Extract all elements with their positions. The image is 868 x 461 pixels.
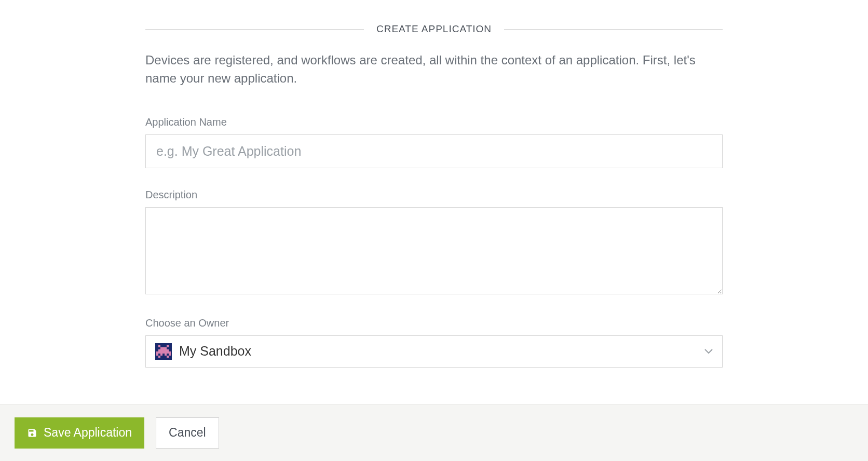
- svg-rect-4: [158, 349, 169, 351]
- save-button-label: Save Application: [44, 426, 132, 440]
- svg-rect-7: [160, 351, 167, 354]
- caret-down-icon: [704, 347, 713, 356]
- page-title: CREATE APPLICATION: [364, 23, 504, 35]
- owner-group: Choose an Owner: [145, 317, 723, 368]
- svg-rect-2: [167, 345, 169, 347]
- save-application-button[interactable]: Save Application: [15, 417, 144, 449]
- cancel-button-label: Cancel: [169, 426, 206, 440]
- create-application-form: CREATE APPLICATION Devices are registere…: [0, 0, 868, 368]
- svg-rect-12: [158, 356, 160, 358]
- svg-rect-13: [167, 356, 169, 358]
- description-group: Description: [145, 189, 723, 296]
- action-bar: Save Application Cancel: [0, 404, 868, 461]
- owner-selected-value: My Sandbox: [179, 344, 704, 359]
- intro-description: Devices are registered, and workflows ar…: [145, 51, 723, 88]
- svg-rect-9: [169, 351, 171, 356]
- divider-line: [504, 29, 723, 30]
- svg-rect-10: [160, 354, 162, 356]
- divider-line: [145, 29, 364, 30]
- cancel-button[interactable]: Cancel: [156, 417, 219, 449]
- save-icon: [27, 428, 37, 438]
- application-name-input[interactable]: [145, 134, 723, 168]
- description-label: Description: [145, 189, 723, 201]
- svg-rect-11: [165, 354, 167, 356]
- section-header: CREATE APPLICATION: [145, 23, 723, 35]
- application-name-group: Application Name: [145, 116, 723, 168]
- owner-label: Choose an Owner: [145, 317, 723, 329]
- svg-rect-5: [156, 351, 158, 356]
- space-invader-icon: [155, 343, 172, 360]
- owner-select[interactable]: My Sandbox: [145, 335, 723, 368]
- svg-rect-3: [160, 347, 167, 349]
- svg-rect-1: [158, 345, 160, 347]
- application-name-label: Application Name: [145, 116, 723, 128]
- svg-rect-8: [167, 351, 169, 354]
- svg-rect-6: [158, 351, 160, 354]
- description-textarea[interactable]: [145, 207, 723, 294]
